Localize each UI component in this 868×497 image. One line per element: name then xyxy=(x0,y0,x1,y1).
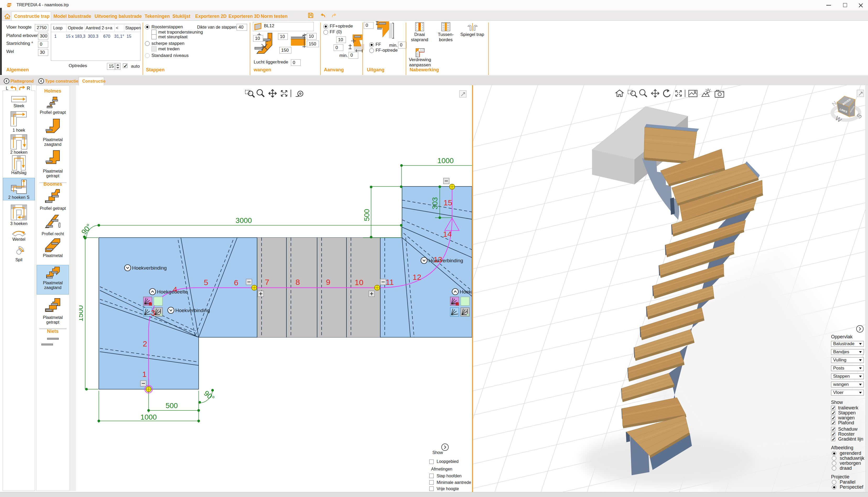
svg-text:10: 10 xyxy=(355,278,363,287)
svg-text:5: 5 xyxy=(204,278,208,287)
svg-text:Hoekgedeelte: Hoekgedeelte xyxy=(157,289,188,295)
svg-text:11: 11 xyxy=(385,278,394,286)
svg-text:12: 12 xyxy=(412,273,421,281)
svg-text:Hoekg: Hoekg xyxy=(460,289,472,295)
svg-text:3: 3 xyxy=(151,309,156,317)
svg-text:90°: 90° xyxy=(80,223,93,236)
svg-text:1: 1 xyxy=(142,370,147,379)
svg-text:14: 14 xyxy=(443,230,452,238)
svg-text:500: 500 xyxy=(363,209,371,221)
svg-text:90°: 90° xyxy=(202,389,216,402)
svg-text:4: 4 xyxy=(173,285,177,294)
svg-text:13: 13 xyxy=(433,255,442,264)
svg-text:7: 7 xyxy=(265,278,269,286)
svg-text:Hoekverbinding: Hoekverbinding xyxy=(175,308,210,313)
svg-text:1000: 1000 xyxy=(141,413,157,421)
svg-text:1000: 1000 xyxy=(437,157,454,165)
svg-text:3000: 3000 xyxy=(236,216,252,225)
svg-text:Hoekverbinding: Hoekverbinding xyxy=(132,265,167,271)
svg-text:6: 6 xyxy=(234,278,238,287)
svg-text:2: 2 xyxy=(143,339,147,348)
svg-text:15: 15 xyxy=(443,198,452,207)
svg-text:9: 9 xyxy=(326,278,330,286)
svg-text:500: 500 xyxy=(166,401,178,410)
svg-text:1500: 1500 xyxy=(79,305,84,322)
svg-text:8: 8 xyxy=(296,278,300,286)
svg-text:303: 303 xyxy=(431,197,439,210)
